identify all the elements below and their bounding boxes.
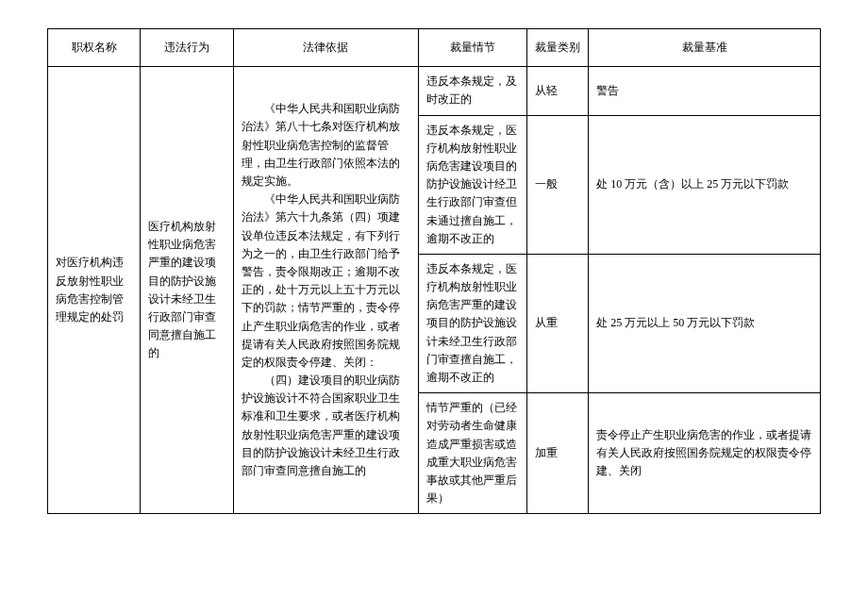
standard-cell: 处 25 万元以上 50 万元以下罚款 [589, 254, 821, 392]
standard-cell: 责令停止产生职业病危害的作业，或者提请有关人民政府按照国务院规定的权限责令停建、… [589, 393, 821, 514]
header-category: 裁量类别 [526, 29, 589, 67]
category-cell: 从重 [526, 254, 589, 392]
category-cell: 从轻 [526, 67, 589, 115]
legal-basis-p1: 《中华人民共和国职业病防治法》第八十七条对医疗机构放射性职业病危害控制的监督管理… [242, 100, 411, 191]
header-standard: 裁量基准 [589, 29, 821, 67]
discretion-table: 职权名称 违法行为 法律依据 裁量情节 裁量类别 裁量基准 对医疗机构违反放射性… [47, 28, 821, 514]
legal-basis-cell: 《中华人民共和国职业病防治法》第八十七条对医疗机构放射性职业病危害控制的监督管理… [233, 67, 419, 514]
header-circumstance: 裁量情节 [419, 29, 527, 67]
header-illegal-act: 违法行为 [141, 29, 233, 67]
standard-cell: 处 10 万元（含）以上 25 万元以下罚款 [589, 115, 821, 254]
category-cell: 一般 [526, 115, 589, 254]
header-authority: 职权名称 [48, 29, 141, 67]
header-row: 职权名称 违法行为 法律依据 裁量情节 裁量类别 裁量基准 [48, 29, 821, 67]
standard-cell: 警告 [589, 67, 821, 115]
authority-cell: 对医疗机构违反放射性职业病危害控制管理规定的处罚 [48, 67, 141, 514]
circumstance-cell: 违反本条规定，医疗机构放射性职业病危害严重的建设项目的防护设施设计未经卫生行政部… [419, 254, 527, 392]
table-row: 对医疗机构违反放射性职业病危害控制管理规定的处罚 医疗机构放射性职业病危害严重的… [48, 67, 821, 115]
circumstance-cell: 违反本条规定，医疗机构放射性职业病危害建设项目的防护设施设计经卫生行政部门审查但… [419, 115, 527, 254]
legal-basis-p3: （四）建设项目的职业病防护设施设计不符合国家职业卫生标准和卫生要求，或者医疗机构… [242, 372, 411, 480]
circumstance-cell: 情节严重的（已经对劳动者生命健康造成严重损害或造成重大职业病危害事故或其他严重后… [419, 393, 527, 514]
header-legal-basis: 法律依据 [233, 29, 419, 67]
circumstance-cell: 违反本条规定，及时改正的 [419, 67, 527, 115]
illegal-act-cell: 医疗机构放射性职业病危害严重的建设项目的防护设施设计未经卫生行政部门审查同意擅自… [141, 67, 233, 514]
category-cell: 加重 [526, 393, 589, 514]
legal-basis-p2: 《中华人民共和国职业病防治法》第六十九条第（四）项建设单位违反本法规定，有下列行… [242, 191, 411, 372]
